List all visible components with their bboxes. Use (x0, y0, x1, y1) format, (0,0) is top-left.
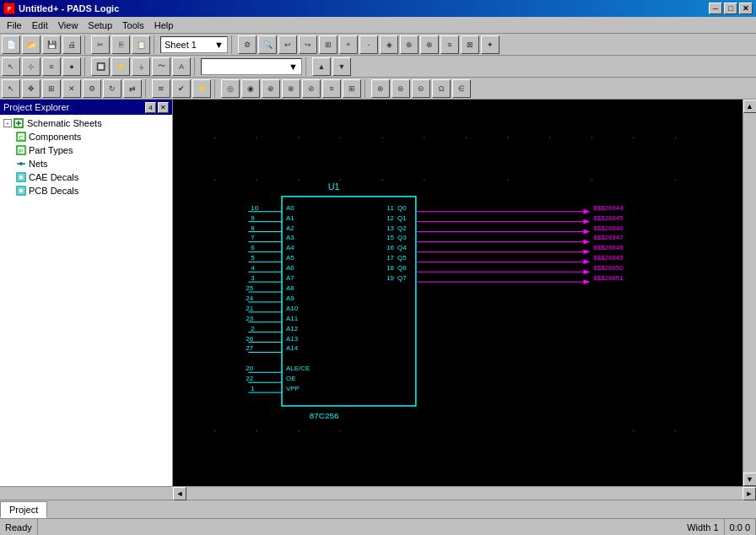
tree-item-part-types[interactable]: P Part Types (15, 143, 170, 157)
ecotool3[interactable]: ⊕ (262, 79, 280, 98)
ecotool5[interactable]: ⊘ (302, 79, 321, 98)
tool2[interactable]: ⊕ (400, 35, 418, 54)
scroll-right-button[interactable]: ► (742, 487, 756, 500)
scroll-left-button[interactable]: ◄ (173, 487, 186, 500)
svg-text:A7: A7 (286, 274, 294, 282)
zoom-in[interactable]: + (339, 35, 358, 54)
add-comp[interactable]: 🔲 (91, 57, 110, 76)
wire-button[interactable]: ⊹ (22, 57, 40, 76)
ecotool7[interactable]: ⊞ (343, 79, 361, 98)
zoom-button[interactable]: 🔍 (258, 35, 277, 54)
scroll-track[interactable] (743, 113, 756, 473)
svg-text:A13: A13 (286, 335, 299, 343)
db-tool3[interactable]: ⊝ (412, 79, 430, 98)
db-tool1[interactable]: ⊛ (371, 79, 390, 98)
text-dropdown[interactable]: ▼ (201, 58, 302, 75)
rotate-tool[interactable]: ↻ (103, 79, 122, 98)
svg-text:Q3: Q3 (397, 234, 407, 241)
ecotool2[interactable]: ◉ (241, 79, 260, 98)
open-button[interactable]: 📂 (22, 35, 40, 54)
svg-text:A5: A5 (286, 254, 294, 262)
minimize-button[interactable]: ─ (709, 3, 722, 14)
scroll-down-button[interactable]: ▼ (743, 473, 757, 486)
redo-button[interactable]: ↪ (299, 35, 317, 54)
add-net[interactable]: 〜 (152, 57, 170, 76)
up-button[interactable]: ▲ (312, 57, 331, 76)
svg-text:87C256: 87C256 (310, 411, 339, 420)
svg-point-23 (591, 137, 592, 138)
copy-button[interactable]: ⎘ (111, 35, 130, 54)
flip-tool[interactable]: ⇄ (123, 79, 142, 98)
cut-button[interactable]: ✂ (91, 35, 110, 54)
panel-close-button[interactable]: ✕ (158, 102, 169, 113)
drag-tool[interactable]: ✥ (22, 79, 40, 98)
toolbar-3: ↖ ✥ ⊞ ✕ ⚙ ↻ ⇄ ≋ ✔ ⚡ ◎ ◉ ⊕ ⊗ ⊘ ≡ ⊞ ⊛ ⊜ ⊝ … (0, 78, 756, 100)
ecotool4[interactable]: ⊗ (282, 79, 300, 98)
sep5 (194, 57, 197, 76)
filter-button[interactable]: ⚙ (238, 35, 256, 54)
panel-pin-button[interactable]: 4 (145, 102, 156, 113)
menu-item-help[interactable]: Help (149, 19, 179, 32)
bus-button[interactable]: ≡ (42, 57, 61, 76)
tool1[interactable]: ◈ (380, 35, 398, 54)
svg-text:A1: A1 (286, 214, 294, 222)
db-tool2[interactable]: ⊜ (392, 79, 410, 98)
menu-item-setup[interactable]: Setup (83, 19, 117, 32)
menu-item-view[interactable]: View (53, 19, 84, 32)
ecotool1[interactable]: ◎ (221, 79, 240, 98)
db-tool5[interactable]: ∈ (452, 79, 471, 98)
maximize-button[interactable]: □ (724, 3, 737, 14)
tree-item-components[interactable]: C Components (15, 130, 170, 143)
title-bar: P Untitled+ - PADS Logic ─ □ ✕ (0, 0, 756, 17)
svg-text:Q5: Q5 (397, 254, 407, 262)
sep6 (305, 57, 309, 76)
tree-item-schematic-sheets[interactable]: - Schematic Sheets (2, 116, 170, 130)
connect-tool[interactable]: ⚡ (192, 79, 211, 98)
down-button[interactable]: ▼ (332, 57, 351, 76)
junction-button[interactable]: ● (62, 57, 81, 76)
hscroll-track[interactable] (186, 487, 742, 500)
zoom-out[interactable]: - (359, 35, 378, 54)
scroll-up-button[interactable]: ▲ (743, 100, 757, 113)
tree-item-cae-decals[interactable]: CAE Decals (15, 170, 170, 184)
nets-icon (15, 158, 27, 170)
titlebar-controls[interactable]: ─ □ ✕ (709, 3, 753, 14)
project-tab[interactable]: Project (0, 501, 47, 518)
tool3[interactable]: ⊗ (420, 35, 439, 54)
svg-point-26 (214, 179, 216, 181)
expand-icon[interactable]: - (3, 119, 12, 127)
add-ground[interactable]: ⏚ (132, 57, 150, 76)
tree-item-pcb-decals[interactable]: PCB Decals (15, 184, 170, 197)
undo-button[interactable]: ↩ (278, 35, 297, 54)
menu-item-file[interactable]: File (2, 19, 27, 32)
db-tool4[interactable]: Ω (432, 79, 451, 98)
tool6[interactable]: ✦ (481, 35, 500, 54)
print-button[interactable]: 🖨 (62, 35, 81, 54)
close-button[interactable]: ✕ (739, 3, 753, 14)
save-button[interactable]: 💾 (42, 35, 61, 54)
tool4[interactable]: ≡ (440, 35, 459, 54)
sheet-dropdown[interactable]: Sheet 1 ▼ (160, 36, 228, 53)
menu-item-tools[interactable]: Tools (117, 19, 149, 32)
vertical-scrollbar[interactable]: ▲ ▼ (742, 100, 756, 486)
svg-text:Q0: Q0 (397, 204, 407, 212)
netlist-tool[interactable]: ≋ (152, 79, 170, 98)
group-tool[interactable]: ⊞ (42, 79, 61, 98)
delete-tool[interactable]: ✕ (62, 79, 81, 98)
add-label[interactable]: A (172, 57, 191, 76)
verify-tool[interactable]: ✔ (172, 79, 191, 98)
svg-text:$$$26947: $$$26947 (593, 234, 624, 241)
paste-button[interactable]: 📋 (132, 35, 150, 54)
tool5[interactable]: ⊠ (461, 35, 479, 54)
menu-item-edit[interactable]: Edit (27, 19, 53, 32)
pointer-tool[interactable]: ↖ (2, 79, 20, 98)
ecotool6[interactable]: ≡ (322, 79, 341, 98)
select-button[interactable]: ↖ (2, 57, 20, 76)
prop-tool[interactable]: ⚙ (83, 79, 101, 98)
new-button[interactable]: 📄 (2, 35, 20, 54)
add-power[interactable]: ⚡ (111, 57, 130, 76)
zoom-fit[interactable]: ⊞ (319, 35, 338, 54)
svg-rect-12 (19, 188, 24, 193)
tree-item-nets[interactable]: Nets (15, 157, 170, 170)
schematic-canvas[interactable]: U1 10 A0 9 A1 8 A2 7 A3 (173, 100, 742, 486)
